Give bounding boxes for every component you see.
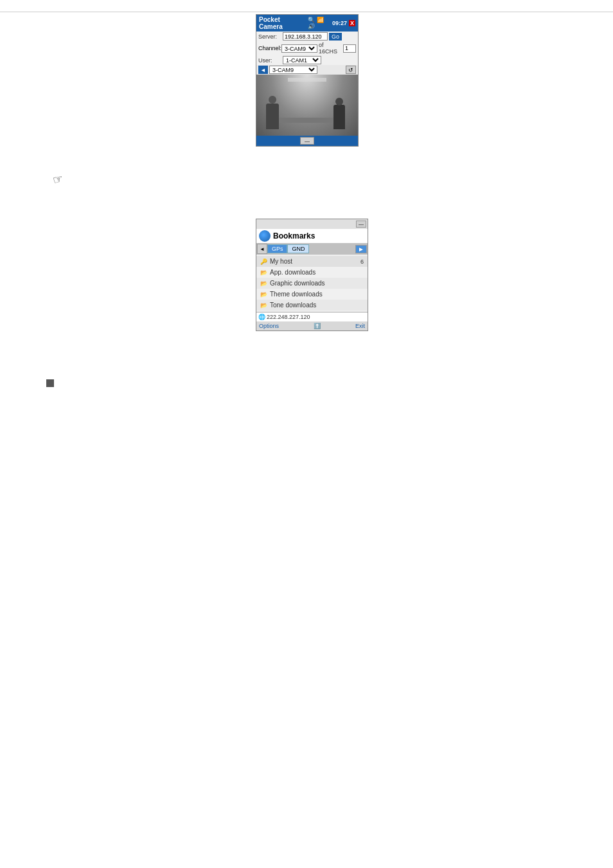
tone-downloads-label: Tone downloads [270, 302, 364, 309]
server-row: Server: Go [256, 32, 358, 41]
titlebar-left: Pocket Camera 🔍 📶 🔊 [259, 16, 332, 30]
bookmarks-widget: — Bookmarks ◄ GPs GND ► 🔑 My host 6 📂 Ap… [256, 219, 368, 331]
url-input[interactable] [267, 314, 366, 320]
server-label: Server: [258, 33, 283, 40]
url-icon: 🌐 [258, 314, 265, 320]
page-input[interactable] [343, 44, 356, 53]
graphic-downloads-label: Graphic downloads [270, 280, 364, 287]
pocket-camera-titlebar: Pocket Camera 🔍 📶 🔊 09:27 X [256, 15, 358, 32]
tabs-left-icon[interactable]: ◄ [257, 244, 267, 254]
bookmarks-tabs: ◄ GPs GND ► [256, 243, 368, 255]
myhost-icon: 🔑 [260, 258, 267, 265]
channel-label: Channel: [258, 45, 281, 51]
tone-folder-icon: 📂 [260, 302, 267, 309]
pocket-camera-time: 09:27 [332, 20, 347, 26]
titlebar-icons: 🔍 📶 🔊 [308, 17, 332, 30]
channel-row: Channel: 3-CAM9 of 16CHS [256, 41, 358, 55]
person1 [266, 104, 279, 129]
ceiling-light [288, 78, 326, 82]
channel-select[interactable]: 3-CAM9 [281, 44, 317, 53]
prev-button[interactable]: ◄ [258, 66, 268, 74]
user-row: User: 1-CAM1 2-CAM2 [256, 55, 358, 65]
list-item-myhost: 🔑 My host 6 [256, 256, 368, 267]
nav-row: ◄ 3-CAM9 ↺ [256, 65, 358, 75]
tab-gnd[interactable]: GND [287, 244, 309, 253]
go-button[interactable]: Go [329, 33, 342, 41]
of-text: of 16CHS [319, 42, 342, 55]
user-label: User: [258, 57, 283, 64]
cam-select[interactable]: 3-CAM9 [269, 66, 317, 74]
small-square-bullet [46, 379, 54, 387]
top-rule [0, 12, 613, 12]
pocket-camera-title: Pocket Camera [259, 16, 305, 30]
desk [276, 118, 339, 123]
graphic-folder-icon: 📂 [260, 280, 267, 287]
globe-icon [259, 230, 271, 242]
footer-nav-icon: ⬆️ [314, 323, 321, 329]
theme-downloads-label: Theme downloads [270, 291, 364, 298]
room-scene [256, 75, 358, 136]
exit-button[interactable]: Exit [355, 323, 365, 329]
bookmarks-title: Bookmarks [273, 231, 315, 240]
server-input[interactable] [283, 32, 328, 41]
list-item-tone[interactable]: 📂 Tone downloads [256, 300, 368, 311]
bookmarks-titlerow: Bookmarks [256, 229, 368, 243]
list-item-theme[interactable]: 📂 Theme downloads [256, 289, 368, 300]
theme-folder-icon: 📂 [260, 291, 267, 298]
user-select[interactable]: 1-CAM1 2-CAM2 [283, 56, 321, 64]
bookmarks-topbar: — [256, 219, 368, 229]
bookmarks-list: 🔑 My host 6 📂 App. downloads 📂 Graphic d… [256, 255, 368, 312]
myhost-count: 6 [360, 258, 364, 265]
bookmarks-footer: Options ⬆️ Exit [256, 321, 368, 330]
bottombar-button[interactable]: — [300, 137, 314, 145]
url-bar: 🌐 [256, 312, 368, 321]
tab-gps[interactable]: GPs [267, 244, 288, 253]
pocket-camera-bottombar: — [256, 136, 358, 146]
person2 [333, 105, 345, 129]
pocket-camera-widget: Pocket Camera 🔍 📶 🔊 09:27 X Server: Go C… [256, 14, 359, 147]
pocket-camera-close-button[interactable]: X [349, 20, 355, 26]
mouse-cursor: ☞ [51, 171, 64, 187]
tab-arrow[interactable]: ► [355, 245, 367, 253]
camera-image [256, 75, 358, 136]
refresh-button[interactable]: ↺ [346, 66, 356, 74]
app-folder-icon: 📂 [260, 269, 267, 276]
list-item-graphic[interactable]: 📂 Graphic downloads [256, 278, 368, 289]
myhost-label: My host [270, 258, 358, 265]
bookmarks-minimize-button[interactable]: — [356, 221, 366, 228]
options-button[interactable]: Options [259, 323, 279, 329]
app-downloads-label: App. downloads [270, 269, 364, 276]
list-item-app[interactable]: 📂 App. downloads [256, 267, 368, 278]
